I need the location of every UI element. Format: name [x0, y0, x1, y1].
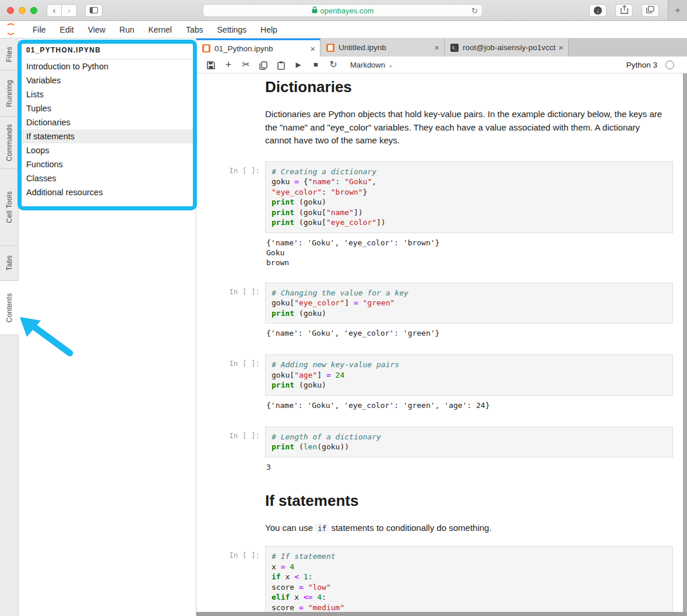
kernel-status-icon[interactable]	[665, 61, 674, 69]
close-icon[interactable]: ×	[434, 43, 439, 52]
cell-input[interactable]: # Adding new key-value pairsgoku["age"] …	[265, 354, 673, 396]
sidebar-tab-label: Contents	[5, 293, 13, 322]
table-of-contents-panel: 01_PYTHON.IPYNB Introduction to PythonVa…	[19, 38, 196, 616]
restart-kernel-button[interactable]: ↻	[325, 57, 342, 73]
cell-prompt: In [ ]:	[196, 427, 265, 457]
sidebar-tab-files[interactable]: Files	[0, 38, 18, 71]
save-button[interactable]	[202, 57, 220, 73]
markdown-paragraph: Dictionaries are Python objects that hol…	[265, 108, 667, 147]
markdown-paragraph: You can use if statements to conditional…	[265, 522, 667, 535]
sidebar-toggle-button[interactable]	[85, 4, 103, 17]
new-tab-button[interactable]: +	[668, 0, 687, 20]
cell-input[interactable]: # Changing the value for a keygoku["eye_…	[265, 283, 673, 324]
toc-item-classes[interactable]: Classes	[19, 171, 196, 185]
notebook-icon	[202, 44, 210, 52]
cell-input[interactable]: # Length of a dictionaryprint (len(goku)…	[265, 427, 673, 457]
lock-icon	[312, 6, 318, 15]
sidebar-tab-label: Files	[5, 47, 13, 62]
doc-tab-label: 01_Python.ipynb	[214, 44, 308, 53]
notebook-area: DictionariesDictionaries are Python obje…	[196, 73, 687, 616]
minimize-window-button[interactable]	[19, 7, 26, 14]
tab-overview-button[interactable]	[642, 4, 659, 17]
copy-cells-button[interactable]	[255, 57, 272, 73]
toc-list: Introduction to PythonVariablesListsTupl…	[19, 59, 196, 199]
markdown-heading: If statements	[265, 492, 673, 510]
toc-item-introduction-to-python[interactable]: Introduction to Python	[19, 59, 196, 73]
toc-item-additional-resources[interactable]: Additional resources	[19, 185, 196, 199]
toc-item-functions[interactable]: Functions	[19, 157, 196, 171]
sidebar-tab-label: Tabs	[5, 255, 13, 271]
address-bar[interactable]: openbayes.com ↻	[203, 4, 482, 17]
sidebar-tab-label: Cell Tools	[5, 191, 13, 223]
sidebar-tab-label: Commands	[5, 124, 13, 161]
menu-view[interactable]: View	[81, 21, 112, 38]
cell-input[interactable]: # Creating a dictionarygoku = {"name": "…	[265, 161, 673, 233]
code-cell: In [ ]:# Length of a dictionaryprint (le…	[196, 427, 673, 457]
cell-input[interactable]: # If statementx = 4if x < 1: score = "lo…	[265, 546, 673, 616]
zoom-window-button[interactable]	[30, 7, 37, 14]
menu-edit[interactable]: Edit	[53, 21, 81, 38]
add-cell-button[interactable]: +	[220, 57, 237, 73]
kernel-name[interactable]: Python 3	[626, 61, 657, 69]
bottom-window-edge	[196, 612, 687, 616]
code-cell: In [ ]:# If statementx = 4if x < 1: scor…	[196, 546, 673, 616]
tabs-overview-icon	[646, 5, 654, 16]
inline-code: if	[315, 523, 329, 533]
jlab-menubar-items: FileEditViewRunKernelTabsSettingsHelp	[26, 21, 284, 38]
run-cell-button[interactable]: ▶	[290, 57, 307, 73]
code-cell: In [ ]:# Creating a dictionarygoku = {"n…	[196, 161, 673, 233]
doc-tab-label: root@job-aisensiy-po1vcct	[463, 43, 556, 52]
jupyter-logo-icon	[5, 23, 17, 36]
cell-type-dropdown[interactable]: Markdown ⌄	[350, 61, 393, 69]
code-cell: In [ ]:# Adding new key-value pairsgoku[…	[196, 354, 673, 396]
doc-tab-root-job-aisensiy-po1vcct[interactable]: $_root@job-aisensiy-po1vcct×	[445, 38, 569, 57]
forward-button[interactable]: ›	[62, 4, 77, 17]
menu-settings[interactable]: Settings	[210, 21, 254, 38]
download-icon: ↓	[594, 6, 602, 15]
sidebar-tab-tabs[interactable]: Tabs	[0, 246, 18, 281]
menu-file[interactable]: File	[26, 21, 53, 38]
chevron-down-icon: ⌄	[388, 62, 393, 68]
paste-cells-button[interactable]	[272, 57, 290, 73]
share-icon	[621, 5, 628, 16]
url-text: openbayes.com	[320, 6, 374, 15]
close-icon[interactable]: ×	[310, 44, 315, 54]
menu-tabs[interactable]: Tabs	[179, 21, 210, 38]
document-tabbar: 01_Python.ipynb×Untitled.ipynb×$_root@jo…	[196, 38, 687, 57]
terminal-icon: $_	[450, 44, 459, 52]
doc-tab-label: Untitled.ipynb	[339, 43, 432, 52]
share-button[interactable]	[615, 4, 633, 17]
doc-tab-untitled-ipynb[interactable]: Untitled.ipynb×	[320, 38, 445, 57]
code-cell: In [ ]:# Changing the value for a keygok…	[196, 283, 673, 324]
cut-cells-button[interactable]: ✂	[237, 57, 255, 73]
sidebar-tab-commands[interactable]: Commands	[0, 117, 18, 169]
interrupt-kernel-button[interactable]: ■	[307, 57, 325, 73]
cell-prompt: In [ ]:	[196, 283, 265, 324]
close-window-button[interactable]	[7, 7, 14, 14]
window-controls	[7, 7, 37, 14]
toc-item-tuples[interactable]: Tuples	[19, 101, 196, 115]
menu-help[interactable]: Help	[253, 21, 284, 38]
cell-prompt: In [ ]:	[196, 354, 265, 396]
toc-item-lists[interactable]: Lists	[19, 87, 196, 101]
close-icon[interactable]: ×	[558, 43, 563, 52]
browser-toolbar: ‹ › openbayes.com ↻ ↓ +	[0, 0, 687, 21]
toc-item-variables[interactable]: Variables	[19, 73, 196, 87]
sidebar-tab-label: Running	[5, 80, 13, 107]
downloads-button[interactable]: ↓	[589, 4, 607, 17]
sidebar-tab-cell-tools[interactable]: Cell Tools	[0, 169, 18, 246]
menu-kernel[interactable]: Kernel	[141, 21, 178, 38]
back-button[interactable]: ‹	[47, 4, 62, 17]
left-sidebar-strip: FilesRunningCommandsCell ToolsTabsConten…	[0, 38, 19, 616]
sidebar-tab-running[interactable]: Running	[0, 71, 18, 117]
menu-run[interactable]: Run	[112, 21, 142, 38]
cell-output: {'name': 'Goku', 'eye_color': 'green', '…	[266, 400, 673, 410]
toc-item-dictionaries[interactable]: Dictionaries	[19, 115, 196, 129]
sidebar-tab-contents[interactable]: Contents	[0, 281, 19, 335]
toc-item-loops[interactable]: Loops	[19, 143, 196, 157]
right-scrollbar-strip[interactable]	[683, 73, 687, 616]
markdown-heading: Dictionaries	[265, 78, 673, 96]
doc-tab-01-python-ipynb[interactable]: 01_Python.ipynb×	[196, 38, 320, 57]
reload-button[interactable]: ↻	[471, 6, 478, 15]
toc-item-if-statements[interactable]: If statements	[19, 129, 196, 143]
